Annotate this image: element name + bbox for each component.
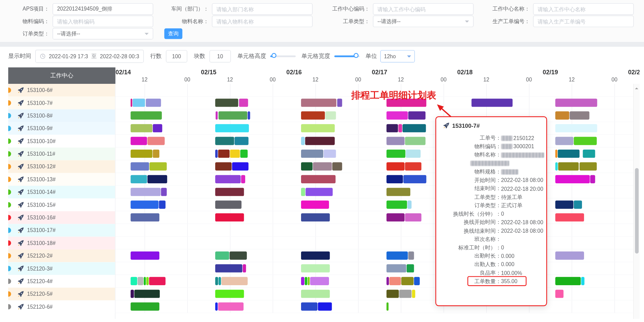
gantt-bar[interactable] bbox=[131, 303, 159, 311]
gantt-bar[interactable] bbox=[387, 137, 405, 145]
gantt-bar[interactable] bbox=[387, 303, 389, 311]
gantt-bar[interactable] bbox=[146, 277, 148, 285]
gantt-bar[interactable] bbox=[407, 264, 414, 272]
gantt-bar[interactable] bbox=[218, 303, 244, 311]
gantt-bar[interactable] bbox=[131, 124, 153, 132]
gantt-bar[interactable] bbox=[153, 124, 162, 132]
gantt-bar[interactable] bbox=[301, 175, 335, 183]
gantt-bar[interactable] bbox=[555, 251, 584, 260]
unit-select[interactable]: 12ho bbox=[380, 50, 415, 62]
gantt-bar[interactable] bbox=[583, 150, 595, 158]
gantt-bar[interactable] bbox=[248, 111, 250, 120]
gantt-bar[interactable] bbox=[301, 201, 329, 209]
slider-handle[interactable] bbox=[271, 53, 276, 58]
gantt-bar[interactable] bbox=[221, 277, 248, 285]
gantt-bar[interactable] bbox=[555, 201, 574, 209]
gantt-bar[interactable] bbox=[215, 175, 241, 183]
workcenter-row[interactable]: 153100-11# bbox=[8, 148, 115, 160]
gantt-bar[interactable] bbox=[215, 277, 218, 285]
gantt-bar[interactable] bbox=[131, 162, 149, 170]
gantt-bar[interactable] bbox=[230, 150, 240, 158]
gantt-bar[interactable] bbox=[387, 277, 389, 285]
gantt-bar[interactable] bbox=[387, 188, 410, 196]
gantt-bar[interactable] bbox=[387, 124, 398, 132]
gantt-bar[interactable] bbox=[131, 251, 159, 260]
workcenter-row[interactable]: 153100-17# bbox=[8, 224, 115, 236]
gantt-bar[interactable] bbox=[215, 137, 234, 145]
gantt-bar[interactable] bbox=[131, 188, 161, 196]
gantt-bar[interactable] bbox=[389, 277, 401, 285]
gantt-bar[interactable] bbox=[215, 124, 249, 132]
gantt-bar[interactable] bbox=[555, 290, 564, 298]
gantt-bar[interactable] bbox=[555, 213, 584, 221]
gantt-bar[interactable] bbox=[133, 98, 145, 107]
gantt-bar[interactable] bbox=[230, 251, 247, 260]
gantt-bar[interactable] bbox=[555, 175, 590, 183]
workcenter-code-input[interactable] bbox=[373, 3, 473, 15]
gantt-bar[interactable] bbox=[574, 137, 597, 145]
gantt-bar[interactable] bbox=[215, 150, 218, 158]
gantt-bar[interactable] bbox=[590, 175, 595, 183]
gantt-bar[interactable] bbox=[301, 188, 305, 196]
gantt-bar[interactable] bbox=[159, 201, 166, 209]
gantt-bar[interactable] bbox=[401, 277, 413, 285]
workcenter-row[interactable]: 152120-4# bbox=[8, 275, 115, 288]
workcenter-row[interactable]: 153100-15# bbox=[8, 198, 115, 211]
gantt-bar[interactable] bbox=[147, 137, 165, 145]
material-code-input[interactable] bbox=[52, 16, 153, 27]
gantt-bar[interactable] bbox=[406, 150, 421, 158]
gantt-bar[interactable] bbox=[241, 175, 245, 183]
gantt-bar[interactable] bbox=[570, 111, 590, 120]
gantt-bar[interactable] bbox=[243, 264, 246, 272]
workcenter-row[interactable]: 153100-14# bbox=[8, 186, 115, 198]
workcenter-name-input[interactable] bbox=[533, 3, 633, 15]
order-type-select[interactable]: --请选择-- bbox=[52, 28, 153, 40]
slider-handle[interactable] bbox=[354, 53, 358, 58]
workcenter-row[interactable]: 153100-6# bbox=[8, 84, 115, 96]
gantt-bar[interactable] bbox=[215, 188, 244, 196]
gantt-bar[interactable] bbox=[387, 264, 406, 272]
gantt-bar[interactable] bbox=[412, 290, 415, 298]
gantt-bar[interactable] bbox=[218, 150, 230, 158]
gantt-bar[interactable] bbox=[301, 98, 336, 107]
rows-input[interactable] bbox=[166, 50, 187, 62]
gantt-bar[interactable] bbox=[555, 162, 558, 170]
workcenter-row[interactable]: 153100-7# bbox=[8, 96, 115, 109]
gantt-bar[interactable] bbox=[301, 124, 335, 132]
prod-order-no-input[interactable] bbox=[533, 16, 633, 27]
gantt-bar[interactable] bbox=[131, 137, 147, 145]
gantt-bar[interactable] bbox=[305, 277, 307, 285]
gantt-bar[interactable] bbox=[146, 98, 161, 107]
gantt-bar[interactable] bbox=[398, 124, 402, 132]
workcenter-row[interactable]: 152120-5# bbox=[8, 288, 115, 300]
scroll-up-arrow[interactable] bbox=[635, 86, 638, 89]
gantt-bar[interactable] bbox=[387, 213, 405, 221]
gantt-bar[interactable] bbox=[240, 150, 248, 158]
gantt-bar[interactable] bbox=[580, 162, 597, 170]
workcenter-row[interactable]: 153100-10# bbox=[8, 135, 115, 148]
gantt-bar[interactable] bbox=[305, 188, 333, 196]
gantt-bar[interactable] bbox=[574, 201, 582, 209]
gantt-bar[interactable] bbox=[555, 98, 597, 107]
gantt-bar[interactable] bbox=[387, 251, 408, 260]
workcenter-row[interactable]: 153100-16# bbox=[8, 211, 115, 224]
gantt-bar[interactable] bbox=[301, 137, 305, 145]
workcenter-row[interactable]: 153100-13# bbox=[8, 173, 115, 186]
gantt-bar[interactable] bbox=[301, 290, 330, 298]
gantt-bar[interactable] bbox=[408, 111, 426, 120]
gantt-bar[interactable] bbox=[387, 111, 408, 120]
gantt-bar[interactable] bbox=[405, 137, 425, 145]
gantt-bar[interactable] bbox=[131, 201, 159, 209]
gantt-bar[interactable] bbox=[471, 98, 513, 107]
gantt-bar[interactable] bbox=[215, 201, 241, 209]
gantt-bar[interactable] bbox=[301, 303, 317, 311]
gantt-bar[interactable] bbox=[403, 124, 426, 132]
gantt-bar[interactable] bbox=[399, 290, 411, 298]
gantt-bar[interactable] bbox=[232, 162, 248, 170]
gantt-bar[interactable] bbox=[239, 98, 248, 107]
gantt-bar[interactable] bbox=[407, 201, 411, 209]
cell-width-slider[interactable] bbox=[334, 56, 360, 57]
gantt-bar[interactable] bbox=[147, 175, 167, 183]
gantt-bar[interactable] bbox=[405, 213, 421, 221]
gantt-bar[interactable] bbox=[318, 303, 332, 311]
